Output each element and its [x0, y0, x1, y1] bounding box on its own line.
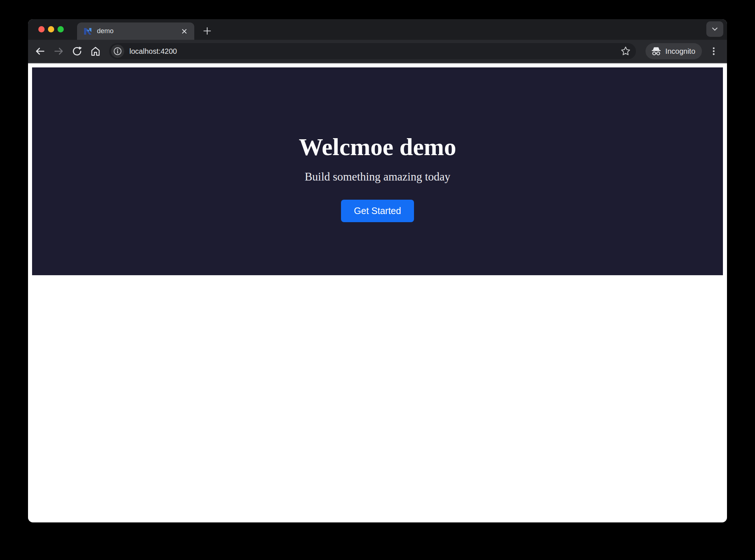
hero-section: Welcmoe demo Build something amazing tod…: [32, 67, 723, 275]
site-info-icon[interactable]: [111, 45, 124, 58]
browser-toolbar: localhost:4200 Incognito: [28, 40, 727, 63]
forward-button[interactable]: [50, 43, 67, 60]
incognito-icon: [651, 46, 662, 57]
hero-title: Welcmoe demo: [299, 132, 456, 161]
browser-tab-demo[interactable]: demo: [77, 22, 194, 40]
incognito-badge[interactable]: Incognito: [646, 43, 702, 59]
tab-search-chevron-button[interactable]: [706, 21, 723, 37]
tab-close-icon[interactable]: [180, 27, 189, 36]
home-button[interactable]: [87, 43, 104, 60]
address-bar[interactable]: localhost:4200: [109, 43, 636, 59]
window-controls: [38, 26, 64, 32]
incognito-label: Incognito: [665, 47, 695, 56]
back-button[interactable]: [32, 43, 49, 60]
url-text[interactable]: localhost:4200: [129, 47, 618, 56]
reload-button[interactable]: [69, 43, 86, 60]
nx-logo-icon: [83, 27, 93, 36]
tab-title: demo: [97, 27, 180, 35]
browser-window: demo: [28, 19, 727, 522]
zoom-window-button[interactable]: [58, 26, 64, 32]
get-started-button[interactable]: Get Started: [341, 200, 414, 222]
minimize-window-button[interactable]: [48, 26, 54, 32]
browser-menu-icon[interactable]: [706, 43, 722, 59]
tab-strip: demo: [28, 19, 727, 40]
bookmark-star-icon[interactable]: [618, 44, 633, 59]
page-content: Welcmoe demo Build something amazing tod…: [28, 63, 727, 522]
hero-subtitle: Build something amazing today: [305, 170, 450, 183]
close-window-button[interactable]: [38, 26, 45, 32]
new-tab-button[interactable]: [200, 24, 215, 38]
